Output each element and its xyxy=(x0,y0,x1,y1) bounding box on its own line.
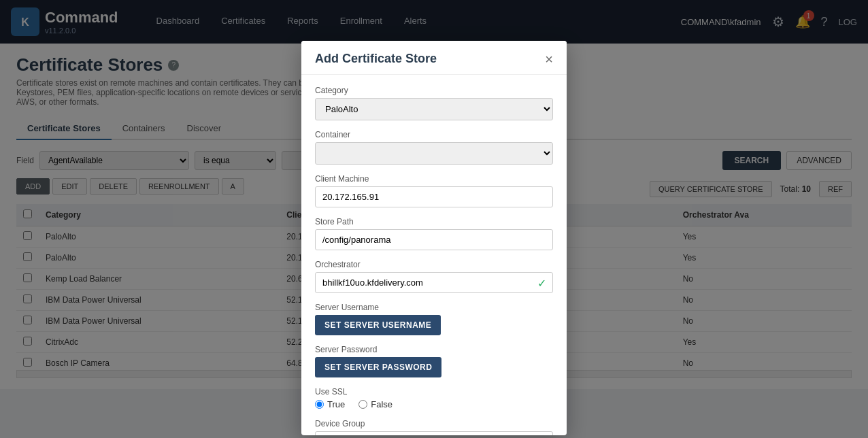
store-path-input[interactable] xyxy=(315,229,553,250)
modal-title: Add Certificate Store xyxy=(315,52,437,66)
category-label: Category xyxy=(315,86,553,95)
category-group: Category PaloAlto IBM Data Power Univers… xyxy=(315,86,553,120)
server-username-group: Server Username SET SERVER USERNAME xyxy=(315,303,553,335)
set-server-password-button[interactable]: SET SERVER PASSWORD xyxy=(315,357,441,377)
container-select[interactable] xyxy=(315,142,553,165)
store-path-label: Store Path xyxy=(315,217,553,226)
orchestrator-check-icon: ✓ xyxy=(537,276,546,289)
container-label: Container xyxy=(315,130,553,139)
modal-body: Category PaloAlto IBM Data Power Univers… xyxy=(301,75,567,389)
use-ssl-label: Use SSL xyxy=(315,387,553,389)
server-username-label: Server Username xyxy=(315,303,553,312)
server-password-label: Server Password xyxy=(315,345,553,354)
client-machine-input[interactable] xyxy=(315,186,553,207)
orchestrator-label: Orchestrator xyxy=(315,260,553,269)
orchestrator-group: Orchestrator ✓ xyxy=(315,260,553,293)
container-group: Container xyxy=(315,130,553,165)
add-certificate-store-modal: Add Certificate Store × Category PaloAlt… xyxy=(301,41,567,389)
category-select[interactable]: PaloAlto IBM Data Power Universal Kemp L… xyxy=(315,98,553,120)
client-machine-label: Client Machine xyxy=(315,174,553,184)
use-ssl-group: Use SSL True False xyxy=(315,387,553,389)
modal-header: Add Certificate Store × xyxy=(301,41,567,75)
modal-overlay: Add Certificate Store × Category PaloAlt… xyxy=(0,0,868,389)
modal-close-button[interactable]: × xyxy=(545,52,553,66)
orchestrator-input-wrapper: ✓ xyxy=(315,272,553,293)
set-server-username-button[interactable]: SET SERVER USERNAME xyxy=(315,315,441,335)
orchestrator-input[interactable] xyxy=(315,272,553,293)
store-path-group: Store Path xyxy=(315,217,553,250)
server-password-group: Server Password SET SERVER PASSWORD xyxy=(315,345,553,377)
client-machine-group: Client Machine xyxy=(315,174,553,207)
